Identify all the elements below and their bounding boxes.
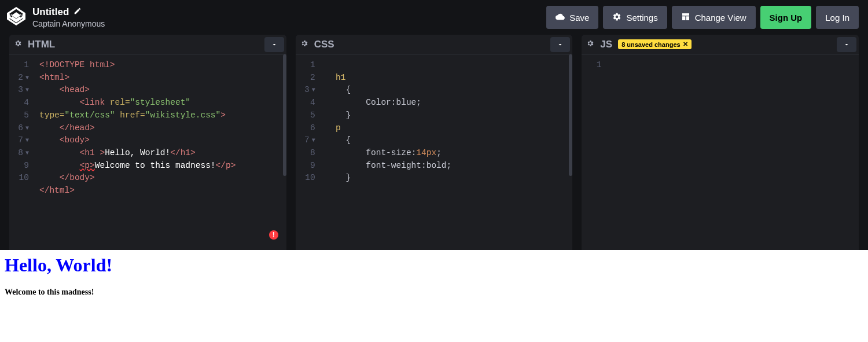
sign-up-label: Sign Up (770, 13, 803, 23)
js-editor-header: JS 8 unsaved changes ✕ (582, 35, 859, 54)
scrollbar[interactable] (283, 54, 286, 176)
error-indicator-icon[interactable]: ! (269, 230, 278, 240)
css-editor-body[interactable]: 1 2 3▼ 4 5 6 7▼ 8 9 10 h1 { Color:blue; … (296, 54, 573, 250)
html-editor-dropdown[interactable] (264, 37, 284, 52)
css-editor: CSS 1 2 3▼ 4 5 6 7▼ 8 9 10 h1 { Color:bl… (296, 35, 573, 250)
change-view-button[interactable]: Change View (672, 6, 756, 29)
preview-h1: Hello, World! (5, 255, 863, 276)
log-in-label: Log In (825, 13, 849, 23)
html-editor-label: HTML (28, 39, 55, 50)
save-label: Save (569, 13, 589, 23)
js-editor-label: JS (600, 39, 612, 50)
settings-label: Settings (626, 13, 657, 23)
save-button[interactable]: Save (546, 6, 598, 29)
change-view-label: Change View (695, 13, 746, 23)
css-code[interactable]: h1 { Color:blue; } p { font-size:14px; f… (323, 54, 457, 250)
js-editor-dropdown[interactable] (837, 37, 856, 52)
author-name[interactable]: Captain Anonymous (32, 19, 105, 28)
html-editor-body[interactable]: 1 2▼ 3▼ 4 5 6▼ 7▼ 8▼ 9 10 <!DOCTYPE html… (9, 54, 286, 250)
header-right: Save Settings Change View Sign Up Log In (546, 6, 859, 29)
edit-title-icon[interactable] (73, 7, 82, 17)
html-gutter: 1 2▼ 3▼ 4 5 6▼ 7▼ 8▼ 9 10 (9, 54, 37, 250)
gear-icon[interactable] (586, 39, 594, 50)
layout-icon (681, 12, 690, 23)
log-in-button[interactable]: Log In (816, 6, 859, 29)
unsaved-changes-badge[interactable]: 8 unsaved changes ✕ (618, 39, 692, 49)
codepen-logo-icon[interactable] (7, 7, 25, 28)
editors-row: HTML 1 2▼ 3▼ 4 5 6▼ 7▼ 8▼ 9 10 <!DOCTYPE… (0, 35, 868, 250)
title-block: Untitled Captain Anonymous (32, 6, 105, 28)
html-editor-header: HTML (9, 35, 286, 54)
gear-icon[interactable] (14, 39, 22, 50)
gear-icon (612, 12, 621, 23)
sign-up-button[interactable]: Sign Up (760, 6, 812, 29)
scrollbar[interactable] (569, 54, 572, 176)
js-editor-body[interactable]: 1 (582, 54, 859, 250)
css-gutter: 1 2 3▼ 4 5 6 7▼ 8 9 10 (296, 54, 323, 250)
preview-p: Welcome to this madness! (5, 288, 863, 297)
header-left: Untitled Captain Anonymous (7, 6, 105, 28)
gear-icon[interactable] (300, 39, 308, 50)
js-gutter: 1 (582, 54, 609, 250)
app-header: Untitled Captain Anonymous Save Settings… (0, 0, 868, 35)
cloud-icon (556, 12, 565, 23)
css-editor-label: CSS (314, 39, 334, 50)
pen-title[interactable]: Untitled (32, 6, 69, 18)
html-code[interactable]: <!DOCTYPE html> <html> <head> <link rel=… (37, 54, 240, 250)
html-editor: HTML 1 2▼ 3▼ 4 5 6▼ 7▼ 8▼ 9 10 <!DOCTYPE… (9, 35, 286, 250)
js-code[interactable] (609, 54, 616, 250)
settings-button[interactable]: Settings (603, 6, 667, 29)
css-editor-header: CSS (296, 35, 573, 54)
js-editor: JS 8 unsaved changes ✕ 1 (582, 35, 859, 250)
preview-pane: Hello, World! Welcome to this madness! (0, 250, 868, 342)
css-editor-dropdown[interactable] (550, 37, 570, 52)
close-icon[interactable]: ✕ (683, 41, 688, 48)
